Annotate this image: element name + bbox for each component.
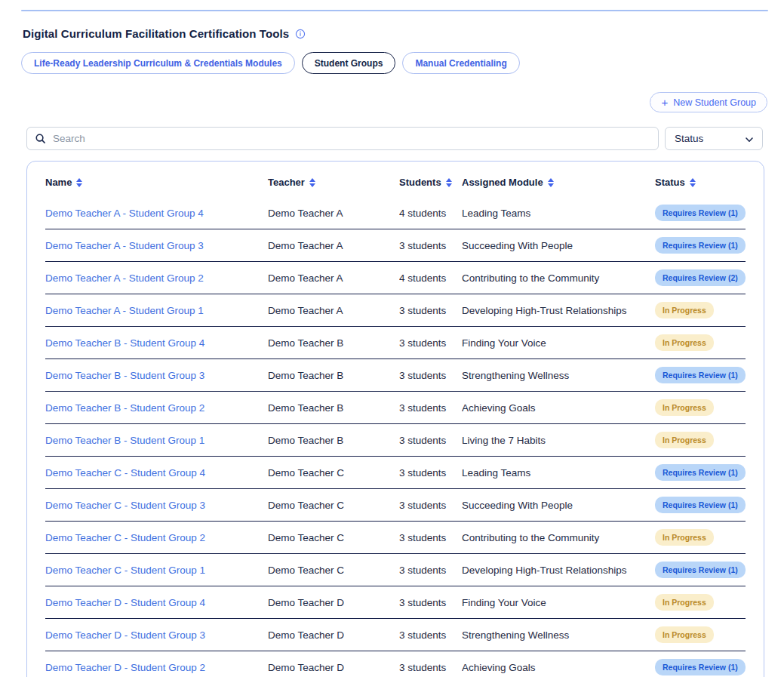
tab-curriculum-modules[interactable]: Life-Ready Leadership Curriculum & Crede… xyxy=(21,52,295,74)
students-count: 4 students xyxy=(399,208,462,219)
students-count: 3 students xyxy=(399,240,462,251)
table-row: Demo Teacher B - Student Group 1Demo Tea… xyxy=(45,424,746,457)
table-row: Demo Teacher C - Student Group 1Demo Tea… xyxy=(45,554,746,586)
column-label: Status xyxy=(655,177,685,188)
teacher-name: Demo Teacher C xyxy=(268,565,399,576)
status-cell: In Progress xyxy=(655,334,746,351)
status-badge: In Progress xyxy=(655,594,714,611)
status-cell: In Progress xyxy=(655,529,746,546)
group-name-link[interactable]: Demo Teacher B - Student Group 4 xyxy=(45,337,268,349)
chevron-down-icon xyxy=(745,135,754,146)
column-label: Assigned Module xyxy=(462,177,543,188)
status-cell: Requires Review (1) xyxy=(655,659,746,675)
tab-student-groups[interactable]: Student Groups xyxy=(302,52,396,74)
group-name-link[interactable]: Demo Teacher D - Student Group 4 xyxy=(45,597,268,608)
teacher-name: Demo Teacher B xyxy=(268,337,399,349)
sort-icon[interactable] xyxy=(690,178,696,187)
tab-manual-credentialing[interactable]: Manual Credentialing xyxy=(402,52,519,74)
assigned-module: Succeeding With People xyxy=(462,500,655,511)
status-badge: Requires Review (2) xyxy=(655,269,746,286)
students-count: 4 students xyxy=(399,272,462,284)
teacher-name: Demo Teacher C xyxy=(268,467,399,479)
students-count: 3 students xyxy=(399,565,462,576)
assigned-module: Leading Teams xyxy=(462,467,655,479)
teacher-name: Demo Teacher C xyxy=(268,500,399,511)
teacher-name: Demo Teacher B xyxy=(268,435,399,446)
table-row: Demo Teacher C - Student Group 4Demo Tea… xyxy=(45,457,746,489)
search-wrap xyxy=(26,127,659,150)
assigned-module: Developing High-Trust Relationships xyxy=(462,565,655,576)
status-cell: In Progress xyxy=(655,399,746,416)
status-cell: Requires Review (1) xyxy=(655,367,746,383)
students-count: 3 students xyxy=(399,402,462,414)
assigned-module: Strengthening Wellness xyxy=(462,370,655,381)
group-name-link[interactable]: Demo Teacher A - Student Group 1 xyxy=(45,305,268,316)
sort-icon[interactable] xyxy=(548,178,554,187)
student-groups-table-panel: NameTeacherStudentsAssigned ModuleStatus… xyxy=(26,161,764,677)
column-header-students[interactable]: Students xyxy=(399,177,462,188)
column-header-teacher[interactable]: Teacher xyxy=(268,177,399,188)
column-header-status[interactable]: Status xyxy=(655,177,746,188)
status-cell: Requires Review (1) xyxy=(655,205,746,221)
students-count: 3 students xyxy=(399,597,462,608)
group-name-link[interactable]: Demo Teacher A - Student Group 2 xyxy=(45,272,268,284)
status-filter-dropdown[interactable]: Status xyxy=(665,127,763,150)
teacher-name: Demo Teacher B xyxy=(268,402,399,414)
page: Digital Curriculum Facilitation Certific… xyxy=(0,0,784,677)
status-cell: In Progress xyxy=(655,626,746,643)
search-input[interactable] xyxy=(26,127,659,150)
status-cell: Requires Review (1) xyxy=(655,562,746,578)
table-row: Demo Teacher D - Student Group 2Demo Tea… xyxy=(45,651,746,677)
students-count: 3 students xyxy=(399,435,462,446)
group-name-link[interactable]: Demo Teacher D - Student Group 2 xyxy=(45,662,268,673)
table-row: Demo Teacher D - Student Group 4Demo Tea… xyxy=(45,586,746,619)
group-name-link[interactable]: Demo Teacher A - Student Group 4 xyxy=(45,208,268,219)
teacher-name: Demo Teacher D xyxy=(268,662,399,673)
sort-icon[interactable] xyxy=(309,178,315,187)
group-name-link[interactable]: Demo Teacher A - Student Group 3 xyxy=(45,240,268,251)
status-filter-label: Status xyxy=(675,133,703,144)
status-badge: In Progress xyxy=(655,529,714,546)
students-count: 3 students xyxy=(399,467,462,479)
teacher-name: Demo Teacher A xyxy=(268,305,399,316)
group-name-link[interactable]: Demo Teacher B - Student Group 1 xyxy=(45,435,268,446)
table-row: Demo Teacher A - Student Group 4Demo Tea… xyxy=(45,197,746,229)
teacher-name: Demo Teacher A xyxy=(268,240,399,251)
assigned-module: Finding Your Voice xyxy=(462,337,655,349)
group-name-link[interactable]: Demo Teacher D - Student Group 3 xyxy=(45,629,268,641)
students-count: 3 students xyxy=(399,337,462,349)
top-divider xyxy=(21,10,768,11)
group-name-link[interactable]: Demo Teacher C - Student Group 3 xyxy=(45,500,268,511)
students-count: 3 students xyxy=(399,370,462,381)
sort-icon[interactable] xyxy=(446,178,452,187)
column-label: Name xyxy=(45,177,72,188)
table-row: Demo Teacher A - Student Group 2Demo Tea… xyxy=(45,262,746,294)
table-body: Demo Teacher A - Student Group 4Demo Tea… xyxy=(45,197,746,677)
group-name-link[interactable]: Demo Teacher B - Student Group 3 xyxy=(45,370,268,381)
table-row: Demo Teacher B - Student Group 3Demo Tea… xyxy=(45,359,746,392)
table-row: Demo Teacher B - Student Group 4Demo Tea… xyxy=(45,327,746,359)
status-badge: In Progress xyxy=(655,626,714,643)
assigned-module: Achieving Goals xyxy=(462,662,655,673)
students-count: 3 students xyxy=(399,662,462,673)
info-icon[interactable] xyxy=(295,29,306,39)
status-badge: Requires Review (1) xyxy=(655,464,746,481)
teacher-name: Demo Teacher A xyxy=(268,272,399,284)
assigned-module: Strengthening Wellness xyxy=(462,629,655,641)
group-name-link[interactable]: Demo Teacher C - Student Group 1 xyxy=(45,565,268,576)
students-count: 3 students xyxy=(399,629,462,641)
column-header-name[interactable]: Name xyxy=(45,177,268,188)
assigned-module: Achieving Goals xyxy=(462,402,655,414)
group-name-link[interactable]: Demo Teacher C - Student Group 2 xyxy=(45,532,268,543)
students-count: 3 students xyxy=(399,532,462,543)
assigned-module: Contributing to the Community xyxy=(462,532,655,543)
table-row: Demo Teacher D - Student Group 3Demo Tea… xyxy=(45,619,746,651)
status-badge: Requires Review (1) xyxy=(655,562,746,578)
new-student-group-button[interactable]: + New Student Group xyxy=(650,92,767,112)
group-name-link[interactable]: Demo Teacher B - Student Group 2 xyxy=(45,402,268,414)
page-title: Digital Curriculum Facilitation Certific… xyxy=(23,27,289,40)
title-row: Digital Curriculum Facilitation Certific… xyxy=(23,27,784,40)
sort-icon[interactable] xyxy=(76,178,82,187)
column-header-assigned-module[interactable]: Assigned Module xyxy=(462,177,655,188)
group-name-link[interactable]: Demo Teacher C - Student Group 4 xyxy=(45,467,268,479)
